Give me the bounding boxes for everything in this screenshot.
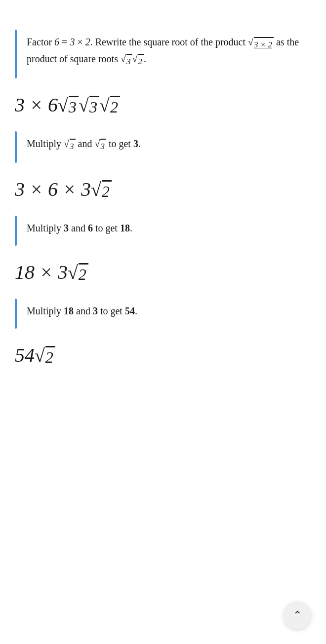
explanation-2: Multiply √3 and √3 to get 3. xyxy=(27,131,141,163)
sqrt-3-inline1: √3 xyxy=(64,139,75,153)
step-bar-4 xyxy=(15,299,17,329)
explanation-3: Multiply 3 and 6 to get 18. xyxy=(27,216,132,246)
expr2-sqrt2: √2 xyxy=(91,180,112,201)
explanation-4: Multiply 18 and 3 to get 54. xyxy=(27,299,137,329)
expr1-sqrt3b: √3 xyxy=(79,96,99,116)
expr3-text: 18 × 3 xyxy=(15,261,68,284)
sqrt-3x2: √3 × 2 xyxy=(248,37,274,51)
step-block-4: Multiply 18 and 3 to get 54. xyxy=(15,299,311,329)
expression-3: 18 × 3 √2 xyxy=(15,246,311,299)
step-block-1: Factor 6 = 3 × 2. Rewrite the square roo… xyxy=(15,30,311,78)
step-block-2: Multiply √3 and √3 to get 3. xyxy=(15,131,311,163)
step-bar-2 xyxy=(15,131,17,163)
chevron-up-icon: ⌃ xyxy=(293,609,302,622)
expr2-text: 3 × 6 × 3 xyxy=(15,178,91,201)
step-bar-1 xyxy=(15,30,17,78)
expr1-sqrt3a: √3 xyxy=(58,96,79,116)
expr3-sqrt2: √2 xyxy=(68,263,88,284)
expression-2: 3 × 6 × 3 √2 xyxy=(15,163,311,216)
sqrt-2: √2 xyxy=(132,54,143,68)
sqrt-3-inline2: √3 xyxy=(94,139,106,153)
step-block-3: Multiply 3 and 6 to get 18. xyxy=(15,216,311,246)
page-container: Factor 6 = 3 × 2. Rewrite the square roo… xyxy=(0,0,326,644)
expr1-text: 3 × 6 xyxy=(15,93,58,116)
expression-4: 54 √2 xyxy=(15,329,311,381)
expr4-text: 54 xyxy=(15,343,35,367)
expr4-sqrt2: √2 xyxy=(35,346,55,367)
scroll-top-button[interactable]: ⌃ xyxy=(284,602,311,629)
expression-1: 3 × 6 √3 √3 √2 xyxy=(15,78,311,131)
expr1-sqrt2: √2 xyxy=(99,96,120,116)
sqrt-3: √3 xyxy=(121,54,132,68)
explanation-1: Factor 6 = 3 × 2. Rewrite the square roo… xyxy=(27,30,311,78)
step-bar-3 xyxy=(15,216,17,246)
